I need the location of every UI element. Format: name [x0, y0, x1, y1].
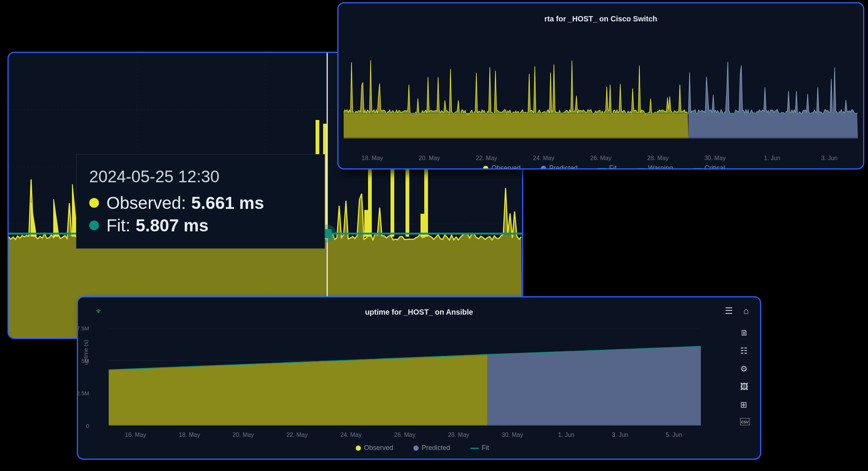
- legend-swatch-icon: [413, 446, 419, 451]
- y-tick-label: 5M: [81, 357, 89, 364]
- legend-item[interactable]: Predicted: [534, 164, 578, 170]
- chart-panel-rta[interactable]: rta for _HOST_ on Cisco Switch 18. May20…: [337, 2, 864, 170]
- x-tick-label: 1. Jun: [558, 432, 575, 438]
- legend-swatch-icon: [356, 446, 361, 451]
- chart-panel-uptime[interactable]: ᯤ uptime for _HOST_ on Ansible ☰ ⌂ 🗎☷⚙🖼⊞…: [77, 296, 761, 460]
- chart-plot-rta[interactable]: [344, 48, 858, 138]
- tooltip-value: 5.661 ms: [191, 193, 264, 213]
- chart-title: rta for _HOST_ on Cisco Switch: [338, 15, 863, 23]
- tooltip-value: 5.807 ms: [136, 215, 208, 236]
- menu-icon[interactable]: ☰: [725, 306, 733, 316]
- y-tick-label: 2.5M: [77, 390, 89, 396]
- x-tick-label: 16. May: [125, 432, 146, 438]
- legend-item[interactable]: Fit: [464, 444, 489, 452]
- legend-swatch-icon: [483, 166, 488, 170]
- x-tick-label: 18. May: [362, 155, 383, 162]
- tooltip-label: Fit:: [106, 215, 130, 236]
- tooltip-row: Fit: 5.807 ms: [89, 215, 307, 236]
- legend-swatch-icon: [637, 168, 645, 169]
- x-tick-label: 1. Jun: [764, 155, 781, 162]
- csv-icon[interactable]: csv: [740, 418, 750, 425]
- chart-legend: ObservedPredictedFit: [78, 444, 760, 452]
- chart-title: uptime for _HOST_ on Ansible: [89, 308, 749, 316]
- legend-item[interactable]: Critical: [687, 164, 725, 170]
- x-tick-label: 28. May: [448, 432, 469, 438]
- x-tick-label: 3. Jun: [821, 155, 838, 162]
- legend-item[interactable]: Fit: [591, 164, 617, 170]
- chart-tooltip: 2024-05-25 12:30 Observed: 5.661 ms Fit:…: [76, 154, 325, 249]
- x-tick-label: 30. May: [704, 155, 726, 162]
- x-tick-label: 22. May: [476, 155, 497, 162]
- table-icon[interactable]: ⊞: [740, 400, 750, 410]
- legend-item[interactable]: Observed: [476, 164, 521, 170]
- legend-swatch-icon: [693, 168, 702, 169]
- doc-icon[interactable]: 🗎: [740, 328, 750, 338]
- tooltip-timestamp: 2024-05-25 12:30: [89, 167, 307, 186]
- x-tick-label: 26. May: [590, 155, 612, 162]
- chart-legend: ObservedPredictedFitWarningCritical: [338, 164, 863, 170]
- legend-item[interactable]: Warning: [630, 164, 673, 170]
- legend-dot-icon: [89, 198, 99, 208]
- x-tick-label: 22. May: [286, 432, 308, 438]
- chart-plot-uptime[interactable]: [109, 328, 701, 426]
- legend-swatch-icon: [541, 166, 546, 170]
- legend-item[interactable]: Observed: [349, 444, 393, 452]
- y-tick-label: 0: [86, 423, 89, 429]
- tooltip-label: Observed:: [106, 193, 186, 213]
- image-icon[interactable]: 🖼: [740, 382, 750, 392]
- x-tick-label: 20. May: [233, 432, 254, 438]
- x-tick-label: 24. May: [340, 432, 362, 438]
- tooltip-row: Observed: 5.661 ms: [89, 193, 307, 213]
- gear-icon[interactable]: ⚙: [740, 364, 750, 374]
- y-tick-label: 7.5M: [77, 325, 89, 332]
- x-tick-label: 26. May: [394, 432, 416, 438]
- legend-item[interactable]: Predicted: [407, 444, 450, 452]
- x-tick-label: 24. May: [533, 155, 554, 162]
- legend-swatch-icon: [470, 448, 479, 449]
- x-tick-label: 18. May: [179, 432, 200, 438]
- x-tick-label: 5. Jun: [666, 432, 682, 438]
- legend-dot-icon: [89, 220, 99, 230]
- list-icon[interactable]: ☷: [740, 346, 750, 356]
- x-tick-label: 30. May: [502, 432, 523, 438]
- x-tick-label: 3. Jun: [612, 432, 629, 438]
- x-tick-label: 28. May: [647, 155, 669, 162]
- legend-swatch-icon: [598, 168, 606, 169]
- x-tick-label: 20. May: [419, 155, 440, 162]
- home-icon[interactable]: ⌂: [744, 306, 749, 316]
